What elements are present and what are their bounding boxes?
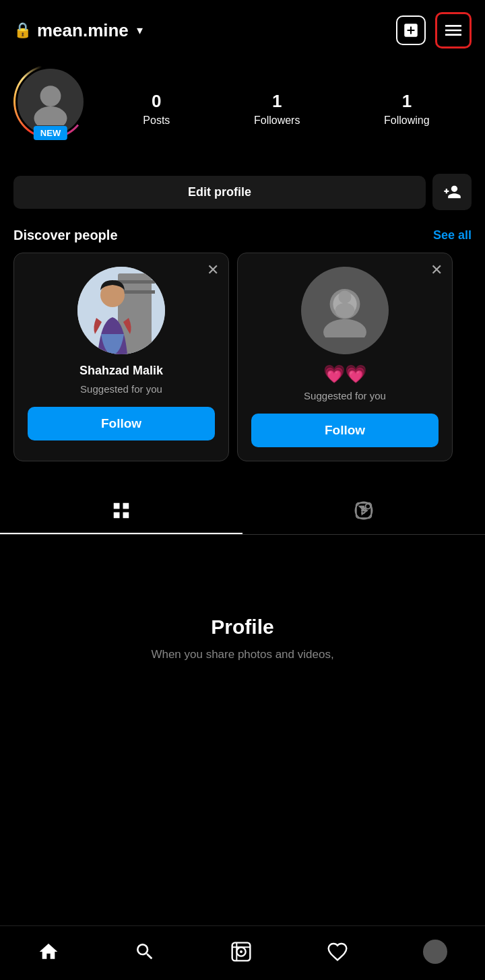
follow-shahzad-button[interactable]: Follow [28,407,215,440]
search-icon [134,941,156,962]
close-card-2-button[interactable]: ✕ [430,263,443,277]
profile-section: NEW 0 Posts 1 Followers 1 Following [0,58,485,163]
person-card-hearts: ✕ 💗💗 Suggested for you Follow [237,253,453,461]
cards-scroll: ✕ Shahz [0,253,485,461]
add-content-button[interactable] [396,15,426,45]
add-friend-button[interactable] [432,174,472,210]
tabs-row [0,488,485,535]
chevron-down-icon: ▾ [137,23,143,38]
svg-point-10 [338,290,351,303]
username-text: mean.mine [37,20,129,41]
svg-point-8 [323,319,366,337]
card-name-shahzad: Shahzad Malik [79,364,163,378]
profile-row: NEW 0 Posts 1 Followers 1 Following [13,65,472,152]
buttons-row: Edit profile [0,163,485,217]
followers-label: Followers [254,115,300,127]
card-name-hearts: 💗💗 [323,364,366,385]
top-bar-actions [396,12,472,48]
home-icon [38,941,59,962]
discover-title: Discover people [13,228,118,243]
search-nav-item[interactable] [131,938,158,965]
edit-profile-button[interactable]: Edit profile [13,176,426,209]
username-area[interactable]: 🔒 mean.mine ▾ [13,20,143,41]
following-label: Following [384,115,430,127]
grid-icon [111,500,131,521]
lock-icon: 🔒 [13,22,32,39]
posts-count: 0 [152,91,161,112]
posts-stat[interactable]: 0 Posts [143,91,170,127]
discover-header: Discover people See all [0,217,485,253]
see-all-button[interactable]: See all [433,228,472,242]
empty-subtitle: When you share photos and videos, [151,648,333,661]
svg-point-1 [34,106,67,125]
reels-icon [230,941,252,962]
top-bar: 🔒 mean.mine ▾ [0,0,485,58]
bottom-nav [0,925,485,980]
followers-stat[interactable]: 1 Followers [254,91,300,127]
svg-point-11 [335,303,355,318]
svg-point-16 [240,950,243,953]
grid-tab[interactable] [0,488,243,534]
close-card-1-button[interactable]: ✕ [207,263,219,277]
profile-nav-item[interactable] [420,937,450,967]
posts-label: Posts [143,115,170,127]
following-stat[interactable]: 1 Following [384,91,430,127]
tagged-tab[interactable] [243,488,485,534]
avatar-wrapper[interactable]: NEW [13,65,88,152]
followers-count: 1 [272,91,282,112]
heart-icon [327,941,348,962]
empty-state: Profile When you share photos and videos… [0,535,485,675]
stats-row: 0 Posts 1 Followers 1 Following [101,91,472,127]
following-count: 1 [402,91,412,112]
shahzad-avatar [77,267,165,354]
svg-point-0 [40,86,61,106]
new-badge: NEW [34,126,67,140]
follow-hearts-button[interactable]: Follow [251,414,439,447]
card-suggestion-hearts: Suggested for you [304,390,386,401]
svg-point-13 [366,504,371,509]
hamburger-menu-button[interactable] [435,12,472,48]
empty-title: Profile [211,616,273,639]
person-card-shahzad: ✕ Shahz [13,253,229,461]
card-suggestion-shahzad: Suggested for you [80,383,162,395]
reels-nav-item[interactable] [228,938,255,965]
profile-nav-avatar [423,940,447,964]
tagged-icon [354,500,374,521]
hearts-avatar [301,267,389,354]
activity-nav-item[interactable] [324,938,351,965]
home-nav-item[interactable] [35,938,62,965]
